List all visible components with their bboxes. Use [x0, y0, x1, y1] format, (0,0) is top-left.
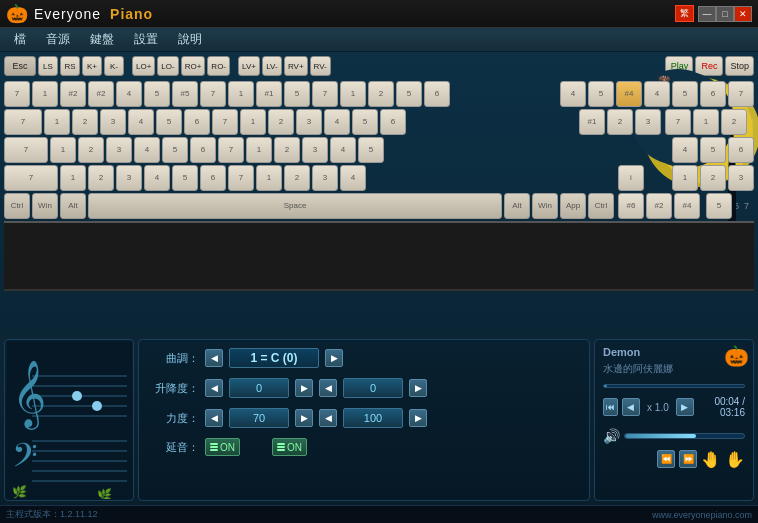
key-q7[interactable]: 7: [212, 109, 238, 135]
piano-black-key[interactable]: [225, 289, 234, 291]
r-key-4c[interactable]: 4: [672, 137, 698, 163]
piano-black-key[interactable]: [60, 289, 69, 291]
piano-white-key[interactable]: [65, 289, 79, 291]
transpose-left-prev[interactable]: ◀: [205, 379, 223, 397]
play-button[interactable]: Play: [665, 56, 693, 76]
r-key-5[interactable]: 5: [588, 81, 614, 107]
key-6a[interactable]: 6: [424, 81, 450, 107]
key-q4b[interactable]: 4: [324, 109, 350, 135]
r-key-7b[interactable]: 7: [665, 109, 691, 135]
key-4[interactable]: 4: [116, 81, 142, 107]
key-7b[interactable]: 7: [312, 81, 338, 107]
key-a3[interactable]: 3: [106, 137, 132, 163]
key-q5b[interactable]: 5: [352, 109, 378, 135]
piano-black-key[interactable]: [645, 289, 654, 291]
piano-white-key[interactable]: [560, 289, 574, 291]
piano-black-key[interactable]: [510, 289, 519, 291]
sustain-left-toggle[interactable]: ON: [205, 438, 240, 456]
rewind-button[interactable]: ⏪: [657, 450, 675, 468]
r-key-s2[interactable]: #2: [646, 193, 672, 219]
r-key-5c[interactable]: 5: [700, 137, 726, 163]
rvminus-key[interactable]: RV-: [310, 56, 331, 76]
r-key-2c[interactable]: 2: [700, 165, 726, 191]
key-q4[interactable]: 4: [128, 109, 154, 135]
piano-white-key[interactable]: [710, 289, 724, 291]
lang-btn[interactable]: 繁: [675, 5, 694, 22]
piano-black-key[interactable]: [75, 289, 84, 291]
menu-item-help[interactable]: 說明: [168, 29, 212, 50]
speed-down-button[interactable]: ◀: [622, 398, 640, 416]
key-q1b[interactable]: 1: [240, 109, 266, 135]
lvplus-key[interactable]: LV+: [238, 56, 260, 76]
key-1b[interactable]: 1: [228, 81, 254, 107]
piano-black-key[interactable]: [300, 289, 309, 291]
key-q1[interactable]: 1: [44, 109, 70, 135]
stop-button[interactable]: Stop: [725, 56, 754, 76]
piano-white-key[interactable]: [5, 289, 19, 291]
piano-black-key[interactable]: [15, 289, 24, 291]
key-q5[interactable]: 5: [156, 109, 182, 135]
piano-white-key[interactable]: [20, 289, 34, 291]
piano-white-key[interactable]: [35, 289, 49, 291]
piano-black-key[interactable]: [270, 289, 279, 291]
key-z2[interactable]: 2: [88, 165, 114, 191]
piano-black-key[interactable]: [660, 289, 669, 291]
piano-white-key[interactable]: [230, 289, 244, 291]
fast-forward-button[interactable]: ⏩: [679, 450, 697, 468]
piano-black-key[interactable]: [495, 289, 504, 291]
key-2a[interactable]: 2: [368, 81, 394, 107]
menu-item-keyboard[interactable]: 鍵盤: [80, 29, 124, 50]
piano-white-key[interactable]: [110, 289, 124, 291]
key-q2[interactable]: 2: [72, 109, 98, 135]
r-key-1c[interactable]: 1: [672, 165, 698, 191]
piano-white-key[interactable]: [95, 289, 109, 291]
piano-black-key[interactable]: [240, 289, 249, 291]
key-5c[interactable]: 5: [396, 81, 422, 107]
transpose-right-next[interactable]: ▶: [409, 379, 427, 397]
key-7-top[interactable]: 7: [4, 81, 30, 107]
piano-white-key[interactable]: [530, 289, 544, 291]
menu-item-file[interactable]: 檔: [4, 29, 36, 50]
lo-key[interactable]: LO-: [157, 56, 178, 76]
key-ctrl-right[interactable]: Ctrl: [588, 193, 614, 219]
key-next-arrow[interactable]: ▶: [325, 349, 343, 367]
piano-white-key[interactable]: [245, 289, 259, 291]
piano-black-key[interactable]: [345, 289, 354, 291]
r-key-2b[interactable]: 2: [721, 109, 747, 135]
velocity-left-prev[interactable]: ◀: [205, 409, 223, 427]
key-a6[interactable]: 6: [190, 137, 216, 163]
piano-black-key[interactable]: [330, 289, 339, 291]
r-key-4[interactable]: 4: [560, 81, 586, 107]
piano-white-key[interactable]: [575, 289, 589, 291]
piano-white-key[interactable]: [320, 289, 334, 291]
key-a5b[interactable]: 5: [358, 137, 384, 163]
key-a2b[interactable]: 2: [274, 137, 300, 163]
piano-white-key[interactable]: [335, 289, 349, 291]
r-key-5b[interactable]: 5: [672, 81, 698, 107]
piano-black-key[interactable]: [480, 289, 489, 291]
piano-black-key[interactable]: [120, 289, 129, 291]
r-key-4b[interactable]: 4: [644, 81, 670, 107]
key-5b[interactable]: 5: [284, 81, 310, 107]
piano-white-key[interactable]: [425, 289, 439, 291]
piano-white-key[interactable]: [635, 289, 649, 291]
piano-white-key[interactable]: [740, 289, 754, 291]
piano-black-key[interactable]: [600, 289, 609, 291]
key-app[interactable]: App: [560, 193, 586, 219]
key-1[interactable]: 1: [32, 81, 58, 107]
r-key-s1[interactable]: #1: [579, 109, 605, 135]
key-caps[interactable]: 7: [4, 137, 48, 163]
key-z6[interactable]: 6: [200, 165, 226, 191]
key-shift[interactable]: 7: [4, 165, 58, 191]
volume-bar[interactable]: [624, 433, 745, 439]
piano-white-key[interactable]: [395, 289, 409, 291]
piano-white-key[interactable]: [290, 289, 304, 291]
piano-black-key[interactable]: [90, 289, 99, 291]
piano-black-key[interactable]: [285, 289, 294, 291]
key-q2b[interactable]: 2: [268, 109, 294, 135]
key-z3[interactable]: 3: [116, 165, 142, 191]
piano-black-key[interactable]: [30, 289, 39, 291]
piano-white-key[interactable]: [605, 289, 619, 291]
key-a3b[interactable]: 3: [302, 137, 328, 163]
key-a4[interactable]: 4: [134, 137, 160, 163]
